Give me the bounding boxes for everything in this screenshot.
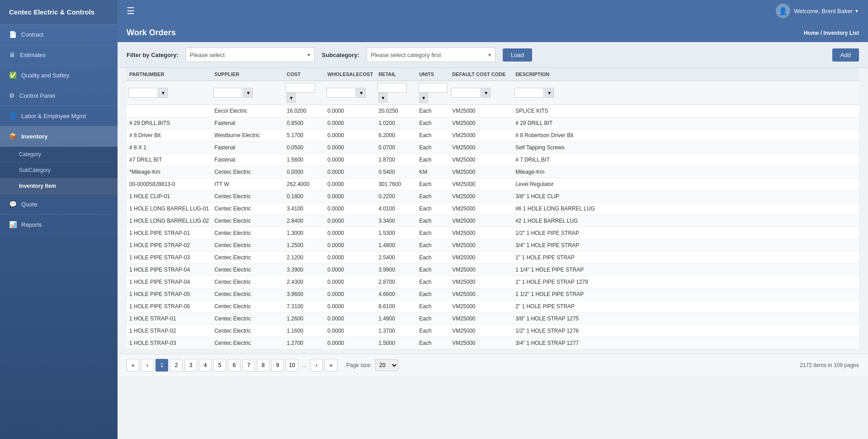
filter-costcode[interactable] xyxy=(451,88,481,98)
table-header-row: PARTNUMBER SUPPLIER COST WHOLESALECOST R… xyxy=(127,68,859,81)
page-first-button[interactable]: « xyxy=(127,359,139,372)
filter-icon-costcode[interactable]: ▼ xyxy=(481,88,491,98)
cell-description: 3/8" 1 HOLE CLIP xyxy=(513,191,859,203)
cell-retail: 8.6100 xyxy=(376,301,416,313)
table-row[interactable]: 1 HOLE CLIP-01 Centec Electric 0.1800 0.… xyxy=(127,191,859,203)
sidebar-item-reports[interactable]: 📊 Reports xyxy=(0,215,118,235)
sidebar-item-contract[interactable]: 📄 Contract xyxy=(0,24,118,45)
table-row[interactable]: 1 HOLE PIPE STRAP-03 Centec Electric 2.1… xyxy=(127,252,859,264)
table-row[interactable]: *Mileage-Km Centec Electric 0.0000 0.000… xyxy=(127,166,859,178)
page-btn-6[interactable]: 6 xyxy=(228,359,241,372)
sidebar-item-control-panel[interactable]: ⚙ Control Panel xyxy=(0,86,118,106)
table-row[interactable]: 1 HOLE STRAP-03 Centec Electric 1.2700 0… xyxy=(127,337,859,349)
table-row[interactable]: 00-00005828813-0 ITT W 262.4000 0.0000 3… xyxy=(127,178,859,191)
cell-description: 1/2" 1 HOLE PIPE STRAP xyxy=(513,227,859,239)
page-btn-8[interactable]: 8 xyxy=(257,359,269,372)
table-row[interactable]: 1 HOLE STRAP-02 Centec Electric 1.1600 0… xyxy=(127,325,859,337)
table-row[interactable]: 1 HOLE LONG BARREL LUG-01 Centec Electri… xyxy=(127,203,859,215)
sidebar-sub-inventory-item[interactable]: Inventory Item xyxy=(0,178,118,194)
page-btn-2[interactable]: 2 xyxy=(170,359,183,372)
table-row[interactable]: 1 HOLE PIPE STRAP-02 Centec Electric 1.2… xyxy=(127,239,859,252)
cell-supplier: Centec Electric xyxy=(212,313,284,325)
cell-description: 2" 1 HOLE PIPE STRAP xyxy=(513,301,859,313)
filter-icon-units[interactable]: ▼ xyxy=(419,93,428,103)
user-dropdown-icon[interactable]: ▼ xyxy=(854,9,859,14)
table-row[interactable]: Eecol Electric 16.0200 0.0000 20.0250 Ea… xyxy=(127,105,859,117)
hamburger-menu-icon[interactable]: ☰ xyxy=(127,5,135,16)
app-logo: Centec Electric & Controls xyxy=(0,0,118,24)
sidebar-label-contract: Contract xyxy=(21,31,43,38)
table-row[interactable]: # 8 X 1 Fastenal 0.0500 0.0000 0.0700 Ea… xyxy=(127,142,859,154)
sidebar-item-inventory[interactable]: 📦 Inventory xyxy=(0,126,118,147)
page-prev-button[interactable]: ‹ xyxy=(141,359,154,372)
col-supplier: SUPPLIER xyxy=(212,68,284,81)
cell-cost: 3.4100 xyxy=(284,203,325,215)
sidebar-label-control-panel: Control Panel xyxy=(19,92,55,99)
cell-units: Each xyxy=(416,117,449,129)
page-btn-10[interactable]: 10 xyxy=(286,359,298,372)
avatar: 👤 xyxy=(776,4,790,18)
cell-costcode: VM25000 xyxy=(449,129,513,142)
table-row[interactable]: 1 HOLE LONG BARREL LUG-02 Centec Electri… xyxy=(127,215,859,227)
cell-units: Each xyxy=(416,301,449,313)
cell-supplier: Eecol Electric xyxy=(212,105,284,117)
filter-icon-description[interactable]: ▼ xyxy=(545,88,554,98)
table-row[interactable]: 1 HOLE PIPE STRAP-01 Centec Electric 1.3… xyxy=(127,227,859,239)
filter-supplier[interactable] xyxy=(213,88,243,98)
add-button[interactable]: Add xyxy=(832,48,859,62)
sidebar-item-labor[interactable]: 👤 Labor & Employee Mgmt xyxy=(0,106,118,126)
sidebar-sub-subcategory[interactable]: SubCategory xyxy=(0,162,118,178)
page-btn-1[interactable]: 1 xyxy=(156,359,168,372)
page-last-button[interactable]: » xyxy=(325,359,337,372)
cell-description: Self Tapping Screws xyxy=(513,142,859,154)
filter-icon-partnumber[interactable]: ▼ xyxy=(159,88,168,98)
table-row[interactable]: # 29 DRILL BITS Fastenal 0.8500 0.0000 1… xyxy=(127,117,859,129)
table-row[interactable]: 1 HOLE PIPE STRAP-04 Centec Electric 2.4… xyxy=(127,276,859,288)
load-button[interactable]: Load xyxy=(503,48,532,62)
filter-cost[interactable] xyxy=(286,83,315,93)
filter-icon-supplier[interactable]: ▼ xyxy=(244,88,253,98)
filter-icon-retail[interactable]: ▼ xyxy=(378,93,387,103)
cell-description: # 29 DRILL BIT xyxy=(513,117,859,129)
page-btn-9[interactable]: 9 xyxy=(271,359,284,372)
page-btn-7[interactable]: 7 xyxy=(242,359,255,372)
table-row[interactable]: 1 HOLE STRAP-01 Centec Electric 1.2600 0… xyxy=(127,313,859,325)
table-row[interactable]: 1 HOLE PIPE STRAP-04 Centec Electric 3.3… xyxy=(127,264,859,276)
sidebar-sub-category[interactable]: Category xyxy=(0,147,118,162)
filter-description[interactable] xyxy=(514,88,544,98)
cell-retail: 3.9900 xyxy=(376,264,416,276)
cell-retail: 4.0100 xyxy=(376,203,416,215)
subcategory-select[interactable]: Please select category first xyxy=(367,48,495,62)
table-row[interactable]: 1 HOLE PIPE STRAP-06 Centec Electric 7.3… xyxy=(127,301,859,313)
table-row[interactable]: # 8 Driver Bit Westburne Electric 5.1700… xyxy=(127,129,859,142)
filter-retail[interactable] xyxy=(377,83,407,93)
category-select[interactable]: Please select xyxy=(186,48,315,62)
table-row[interactable]: 1 HOLE PIPE STRAP-05 Centec Electric 3.9… xyxy=(127,288,859,301)
cell-partnumber: 1 HOLE STRAP-03 xyxy=(127,337,212,349)
cell-cost: 0.0000 xyxy=(284,166,325,178)
page-next-button[interactable]: › xyxy=(310,359,323,372)
page-title: Work Orders xyxy=(127,28,176,38)
sidebar-item-quote[interactable]: 💬 Quote xyxy=(0,194,118,215)
cell-description: SPLICE KITS xyxy=(513,105,859,117)
filter-icon-wholesale[interactable]: ▼ xyxy=(357,88,366,98)
col-partnumber: PARTNUMBER xyxy=(127,68,212,81)
page-btn-4[interactable]: 4 xyxy=(199,359,212,372)
cell-description: 1" 1 HOLE PIPE STRAP xyxy=(513,252,859,264)
filter-icon-cost[interactable]: ▼ xyxy=(287,93,296,103)
filter-wholesale[interactable] xyxy=(326,88,356,98)
page-size-select[interactable]: 20 50 100 xyxy=(375,359,398,371)
page-btn-3[interactable]: 3 xyxy=(184,359,197,372)
cell-cost: 0.0500 xyxy=(284,142,325,154)
breadcrumb-home[interactable]: Home xyxy=(804,30,819,36)
table-row[interactable]: #7 DRILL BIT Fastenal 1.5600 0.0000 1.87… xyxy=(127,154,859,166)
page-btn-5[interactable]: 5 xyxy=(213,359,226,372)
filter-partnumber[interactable] xyxy=(128,88,158,98)
sidebar: Centec Electric & Controls 📄 Contract 🖥 … xyxy=(0,0,118,439)
sidebar-label-estimates: Estimates xyxy=(20,52,46,58)
filter-units[interactable] xyxy=(418,83,448,93)
sidebar-item-quality[interactable]: ✅ Quality and Saftey xyxy=(0,65,118,86)
sidebar-item-estimates[interactable]: 🖥 Estimates xyxy=(0,45,118,65)
cell-description: 1" 1 HOLE PIPE STRAP 1278 xyxy=(513,276,859,288)
labor-icon: 👤 xyxy=(9,112,17,119)
